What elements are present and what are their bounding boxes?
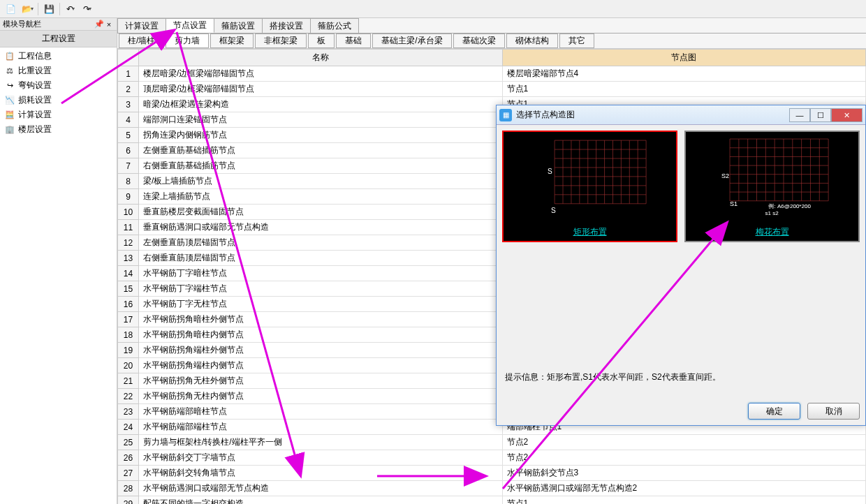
ok-button[interactable]: 确定 [748, 403, 800, 420]
sidebar-item-0[interactable]: 📋工程信息 [1, 49, 115, 64]
minimize-button[interactable]: — [789, 108, 810, 122]
row-value[interactable]: 节点1 [502, 496, 866, 505]
table-row[interactable]: 1 楼层暗梁/边框梁端部锚固节点 楼层暗梁端部节点4 [118, 66, 866, 82]
sidebar-icon: 📉 [4, 95, 15, 106]
row-num: 12 [118, 235, 139, 251]
subtab-2[interactable]: 框架梁 [210, 34, 254, 48]
sidebar-item-4[interactable]: 🧮计算设置 [1, 108, 115, 122]
sidebar-icon: ⚖ [4, 66, 15, 77]
sidebar-item-2[interactable]: ↪弯钩设置 [1, 78, 115, 93]
svg-text:S1: S1 [730, 200, 737, 207]
subtab-9[interactable]: 其它 [559, 34, 594, 48]
row-name: 水平钢筋拐角端柱外侧节点 [139, 343, 503, 358]
row-num: 24 [118, 420, 139, 435]
col-header-name: 名称 [139, 50, 503, 66]
subtab-8[interactable]: 砌体结构 [506, 34, 558, 48]
tab-2[interactable]: 箍筋设置 [214, 18, 263, 33]
row-name: 右侧垂直筋基础插筋节点 [139, 158, 503, 174]
row-name: 梁/板上墙插筋节点 [139, 174, 503, 189]
row-num: 5 [118, 128, 139, 143]
subtab-7[interactable]: 基础次梁 [453, 34, 505, 48]
row-name: 垂直筋楼层变截面锚固节点 [139, 205, 503, 220]
row-name: 剪力墙与框架柱/转换柱/端柱平齐一侧 [139, 435, 503, 450]
redo-icon[interactable]: ↷▾ [80, 1, 95, 17]
open-icon[interactable]: 📂▾ [20, 1, 35, 17]
maximize-button[interactable]: ☐ [810, 108, 831, 122]
main-toolbar: 📄 📂▾ 💾 ↶▾ ↷▾ [0, 0, 866, 18]
row-name: 水平钢筋丁字暗柱节点 [139, 266, 503, 281]
sidebar-item-5[interactable]: 🏢楼层设置 [1, 122, 115, 137]
sidebar-icon: 🧮 [4, 110, 15, 121]
dialog-tip: 提示信息：矩形布置,S1代表水平间距，S2代表垂直间距。 [502, 363, 860, 392]
table-row[interactable]: 26 水平钢筋斜交丁字墙节点 节点2 [118, 450, 866, 466]
sidebar-item-3[interactable]: 📉损耗设置 [1, 93, 115, 108]
table-row[interactable]: 29 配筋不同的墙一字相交构造 节点1 [118, 496, 866, 505]
sidebar-item-label: 工程信息 [18, 50, 52, 62]
close-icon[interactable]: × [104, 20, 114, 29]
row-num: 29 [118, 496, 139, 505]
table-row[interactable]: 28 水平钢筋遇洞口或端部无节点构造 水平钢筋遇洞口或端部无节点构造2 [118, 481, 866, 496]
row-num: 13 [118, 251, 139, 266]
sidebar: 模块导航栏 📌 × 工程设置 📋工程信息⚖比重设置↪弯钩设置📉损耗设置🧮计算设置… [0, 18, 117, 504]
subtab-4[interactable]: 板 [308, 34, 335, 48]
sidebar-icon: 🏢 [4, 124, 15, 135]
row-num: 21 [118, 373, 139, 389]
preview-rect-layout[interactable]: S S 矩形布置 [502, 131, 677, 242]
row-name: 拐角连梁内侧钢筋节点 [139, 128, 503, 143]
row-value[interactable]: 节点2 [502, 435, 866, 450]
row-num: 3 [118, 97, 139, 112]
row-name: 配筋不同的墙一字相交构造 [139, 496, 503, 505]
save-icon[interactable]: 💾 [41, 1, 57, 17]
sidebar-item-1[interactable]: ⚖比重设置 [1, 64, 115, 78]
sidebar-list: 📋工程信息⚖比重设置↪弯钩设置📉损耗设置🧮计算设置🏢楼层设置 [0, 47, 117, 504]
row-name: 水平钢筋斜交丁字墙节点 [139, 450, 503, 466]
table-row[interactable]: 2 顶层暗梁/边框梁端部锚固节点 节点1 [118, 82, 866, 97]
sidebar-section-title[interactable]: 工程设置 [0, 31, 117, 47]
tab-1[interactable]: 节点设置 [166, 18, 214, 33]
row-name: 水平钢筋遇洞口或端部无节点构造 [139, 481, 503, 496]
preview-plum-layout[interactable]: S1 S2 例: A6@200*200 s1 s2 梅花布置 [684, 131, 860, 242]
row-num: 27 [118, 466, 139, 481]
sidebar-header: 模块导航栏 📌 × [0, 18, 117, 31]
sidebar-icon: 📋 [4, 51, 15, 62]
row-value[interactable]: 节点1 [502, 82, 866, 97]
row-name: 水平钢筋端部暗柱节点 [139, 404, 503, 420]
subtab-1[interactable]: 剪力墙 [166, 34, 209, 48]
svg-text:s1   s2: s1 s2 [765, 210, 779, 216]
cancel-button[interactable]: 取消 [807, 403, 860, 420]
row-value[interactable]: 节点2 [502, 450, 866, 466]
tabs-row: 计算设置节点设置箍筋设置搭接设置箍筋公式 [117, 18, 866, 34]
row-name: 水平钢筋端部端柱节点 [139, 420, 503, 435]
row-name: 水平钢筋拐角暗柱内侧节点 [139, 327, 503, 343]
new-doc-icon[interactable]: 📄 [3, 1, 18, 17]
table-row[interactable]: 27 水平钢筋斜交转角墙节点 水平钢筋斜交节点3 [118, 466, 866, 481]
row-num: 28 [118, 481, 139, 496]
svg-text:S: S [551, 207, 556, 214]
tab-4[interactable]: 箍筋公式 [310, 18, 359, 33]
sidebar-icon: ↪ [4, 80, 15, 91]
row-name: 水平钢筋拐角无柱外侧节点 [139, 373, 503, 389]
row-num: 1 [118, 66, 139, 82]
tab-3[interactable]: 搭接设置 [262, 18, 311, 33]
row-name: 水平钢筋斜交转角墙节点 [139, 466, 503, 481]
subtab-5[interactable]: 基础 [336, 34, 371, 48]
row-name: 端部洞口连梁锚固节点 [139, 112, 503, 128]
row-name: 左侧垂直筋基础插筋节点 [139, 143, 503, 158]
pin-icon[interactable]: 📌 [94, 20, 104, 29]
close-button[interactable]: ✕ [831, 108, 863, 122]
table-row[interactable]: 25 剪力墙与框架柱/转换柱/端柱平齐一侧 节点2 [118, 435, 866, 450]
subtab-3[interactable]: 非框架梁 [255, 34, 307, 48]
dialog-titlebar[interactable]: ▦ 选择节点构造图 — ☐ ✕ [497, 105, 865, 125]
row-name: 水平钢筋拐角无柱内侧节点 [139, 389, 503, 404]
row-value[interactable]: 楼层暗梁端部节点4 [502, 66, 866, 82]
sidebar-title: 模块导航栏 [3, 19, 94, 29]
sidebar-item-label: 楼层设置 [18, 124, 52, 135]
subtab-6[interactable]: 基础主梁/承台梁 [372, 34, 451, 48]
row-num: 25 [118, 435, 139, 450]
row-name: 水平钢筋丁字端柱节点 [139, 281, 503, 297]
subtab-0[interactable]: 柱/墙柱 [119, 34, 164, 48]
row-value[interactable]: 水平钢筋遇洞口或端部无节点构造2 [502, 481, 866, 496]
tab-0[interactable]: 计算设置 [117, 18, 166, 33]
row-value[interactable]: 水平钢筋斜交节点3 [502, 466, 866, 481]
undo-icon[interactable]: ↶▾ [63, 1, 78, 17]
